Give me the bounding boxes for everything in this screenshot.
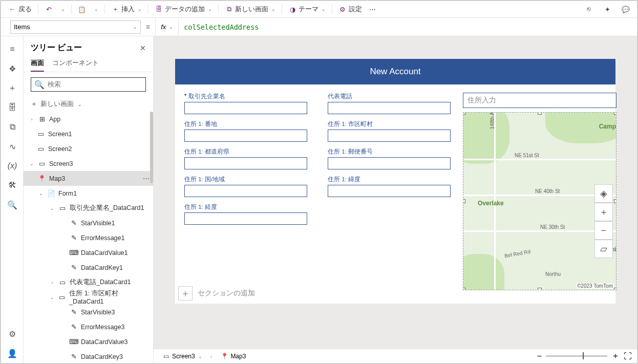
- new-screen-tree-button[interactable]: ＋ 新しい画面 ⌄: [24, 97, 153, 112]
- address-input[interactable]: 住所入力: [463, 93, 616, 108]
- paste-dropdown[interactable]: ⌄: [90, 5, 101, 14]
- share-button[interactable]: ⎋: [582, 3, 596, 15]
- tree-item-screen3[interactable]: ⌄▭Screen3: [24, 156, 153, 171]
- selection-handle[interactable]: [614, 112, 616, 115]
- selection-handle[interactable]: [614, 199, 616, 203]
- tab-components[interactable]: コンポーネント: [52, 58, 99, 72]
- variables-rail-button[interactable]: (x): [1, 156, 24, 176]
- add-section-button[interactable]: ＋ セクションの追加: [178, 286, 255, 301]
- app-screen[interactable]: New Account *取引先企業名 住所 1: 番地: [175, 59, 615, 304]
- new-screen-button[interactable]: ⧉ 新しい画面 ⌄: [222, 3, 279, 16]
- zoom-slider-thumb[interactable]: [583, 352, 584, 359]
- undo-dropdown[interactable]: ⌄: [57, 5, 68, 14]
- media-rail-button[interactable]: ⧉: [1, 117, 24, 137]
- tree-item-starvisible3[interactable]: ✎StarVisible3: [24, 305, 153, 319]
- settings-rail-button[interactable]: ⚙: [1, 324, 24, 344]
- tree-item-datacardkey3[interactable]: ✎DataCardKey3: [24, 349, 153, 363]
- selection-handle[interactable]: [614, 288, 616, 290]
- tab-screens[interactable]: 画面: [31, 58, 44, 72]
- minus-icon: −: [601, 225, 607, 236]
- tree-body: ›⊞App ▭Screen1 ▭Screen2 ⌄▭Screen3 📍Map3⋯…: [24, 112, 153, 363]
- chevron-down-icon: ⌄: [198, 354, 202, 359]
- input-city[interactable]: [328, 130, 451, 142]
- tree-item-datacardvalue1[interactable]: ⌨DataCardValue1: [24, 245, 153, 260]
- tools-icon: 🛠: [8, 181, 16, 190]
- breadcrumb-map3[interactable]: 📍Map3: [217, 352, 249, 361]
- tree-view-panel: ツリー ビュー ✕ 画面 コンポーネント 🔍 ＋ 新しい画面 ⌄ ›⊞App ▭…: [24, 36, 154, 363]
- back-button[interactable]: ← 戻る: [5, 3, 35, 16]
- input-street[interactable]: [184, 130, 307, 142]
- map-pitch-button[interactable]: ▱: [594, 240, 613, 258]
- input-company[interactable]: [184, 102, 307, 114]
- tree-search[interactable]: 🔍: [31, 77, 146, 92]
- search-icon: 🔍: [7, 200, 17, 210]
- tree-item-datacard-phone[interactable]: ›▭代表電話_DataCard1: [24, 275, 153, 290]
- theme-button[interactable]: ◑ テーマ ⌄: [285, 3, 329, 16]
- variable-icon: (x): [8, 161, 17, 170]
- selection-handle[interactable]: [538, 288, 542, 290]
- map-compass-button[interactable]: ◈: [594, 184, 613, 203]
- screen-icon: ▭: [162, 353, 170, 360]
- tree-item-datacard-company[interactable]: ⌄▭取引先企業名_DataCard1: [24, 201, 153, 216]
- tree-item-screen1[interactable]: ▭Screen1: [24, 126, 153, 141]
- tree-item-datacardkey1[interactable]: ✎DataCardKey1: [24, 260, 153, 275]
- copilot-button[interactable]: ✦: [600, 3, 614, 15]
- formula-input[interactable]: colSelectedAddress: [179, 18, 637, 36]
- tree-item-datacard-city[interactable]: ⌄▭住所 1: 市区町村_DataCard1: [24, 290, 153, 305]
- paste-button[interactable]: 📋: [75, 3, 89, 15]
- input-state[interactable]: [184, 157, 307, 169]
- selection-handle[interactable]: [538, 112, 542, 115]
- field-latitude: 住所 1: 緯度: [328, 176, 451, 197]
- chevron-down-icon: ⌄: [38, 191, 44, 196]
- add-data-button[interactable]: 🗄 データの追加 ⌄: [152, 3, 215, 16]
- overflow-button[interactable]: ⋯: [366, 4, 379, 15]
- input-postal[interactable]: [328, 157, 451, 169]
- map-zoom-in-button[interactable]: ＋: [594, 203, 613, 221]
- tree-scrollbar[interactable]: [150, 112, 153, 183]
- search-icon: 🔍: [34, 80, 45, 90]
- tree-item-app[interactable]: ›⊞App: [24, 112, 153, 126]
- insert-button[interactable]: ＋ 挿入 ⌄: [108, 3, 145, 16]
- fit-button[interactable]: ⛶: [624, 352, 632, 361]
- data-rail-button[interactable]: 🗄: [1, 98, 24, 117]
- map-control[interactable]: 148th A NE 51st St NE 40th St NE 30th St…: [463, 112, 616, 290]
- undo-button[interactable]: ↶: [41, 3, 56, 15]
- chevron-right-icon: ›: [49, 280, 55, 285]
- insert-rail-button[interactable]: ＋: [1, 78, 24, 98]
- tree-search-input[interactable]: [48, 81, 142, 88]
- selection-handle[interactable]: [463, 112, 465, 115]
- settings-button[interactable]: ⚙ 設定: [335, 3, 365, 16]
- selection-handle[interactable]: [463, 199, 465, 203]
- tree-item-datacardvalue3[interactable]: ⌨DataCardValue3: [24, 334, 153, 349]
- hamburger-button[interactable]: ≡: [1, 39, 24, 59]
- input-latitude[interactable]: [328, 185, 451, 197]
- search-rail-button[interactable]: 🔍: [1, 195, 24, 215]
- breadcrumb-screen3[interactable]: ▭Screen3⌄: [159, 352, 205, 361]
- flows-rail-button[interactable]: ∿: [1, 137, 24, 156]
- flow-icon: ∿: [9, 142, 16, 152]
- tools-rail-button[interactable]: 🛠: [1, 176, 24, 195]
- tree-view-button[interactable]: ❖: [1, 59, 24, 78]
- map-zoom-out-button[interactable]: −: [594, 221, 613, 240]
- tree-item-form1[interactable]: ⌄📄Form1: [24, 186, 153, 201]
- breadcrumb-separator: ›: [210, 353, 212, 359]
- input-longitude[interactable]: [184, 212, 307, 225]
- zoom-out-button[interactable]: −: [537, 352, 542, 361]
- tree-item-map3[interactable]: 📍Map3⋯: [24, 171, 153, 186]
- chevron-down-icon: ⌄: [133, 25, 137, 30]
- input-country[interactable]: [184, 185, 307, 197]
- account-rail-button[interactable]: 👤: [1, 344, 24, 363]
- fx-button[interactable]: fx ⌄: [155, 18, 179, 36]
- selection-handle[interactable]: [463, 288, 465, 290]
- zoom-in-button[interactable]: ＋: [611, 351, 620, 361]
- close-panel-button[interactable]: ✕: [140, 44, 146, 52]
- zoom-slider[interactable]: [546, 355, 607, 357]
- property-selector[interactable]: Items ⌄: [10, 20, 141, 34]
- tree-item-screen2[interactable]: ▭Screen2: [24, 141, 153, 156]
- tree-item-starvisible1[interactable]: ✎StarVisible1: [24, 216, 153, 230]
- tree-item-errormessage1[interactable]: ✎ErrorMessage1: [24, 230, 153, 245]
- input-phone[interactable]: [328, 102, 451, 114]
- comments-button[interactable]: 💬: [619, 3, 633, 15]
- item-more-button[interactable]: ⋯: [143, 175, 150, 182]
- tree-item-errormessage3[interactable]: ✎ErrorMessage3: [24, 319, 153, 334]
